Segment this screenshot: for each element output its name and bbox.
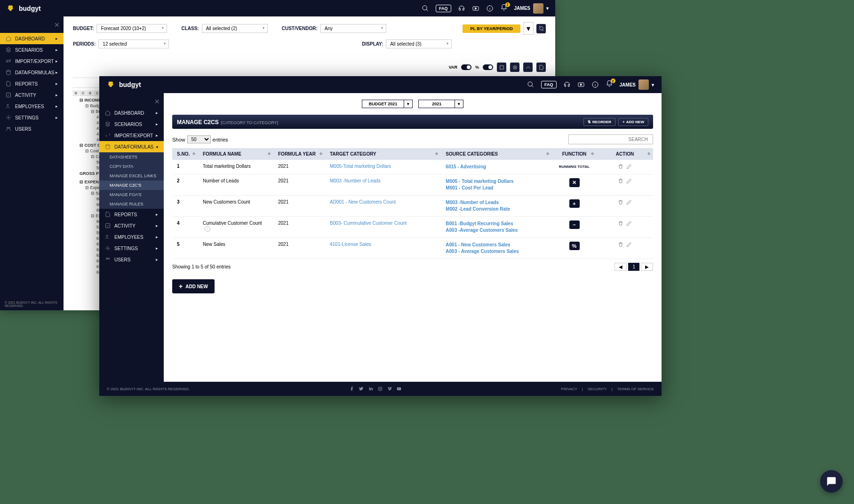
delete-icon[interactable] bbox=[618, 178, 623, 184]
next-page[interactable]: ▶ bbox=[641, 263, 653, 271]
source-link[interactable]: M002 -Lead Conversion Rate bbox=[446, 206, 547, 213]
chat-bubble[interactable] bbox=[820, 470, 843, 493]
nav-activity[interactable]: ACTIVITY▸ bbox=[0, 89, 64, 101]
source-link[interactable]: M003 -Number of Leads bbox=[446, 199, 547, 206]
cust-select[interactable]: Any bbox=[320, 24, 386, 33]
display-select[interactable]: All selected (3) bbox=[386, 39, 452, 48]
nav-users[interactable]: USERS bbox=[0, 123, 64, 134]
add-new-button[interactable]: + ADD NEW bbox=[172, 279, 215, 293]
security-link[interactable]: SECURITY bbox=[588, 387, 607, 391]
nav-activity[interactable]: ACTIVITY▸ bbox=[99, 220, 164, 231]
show-select[interactable]: 50 bbox=[187, 135, 211, 143]
nav-users[interactable]: USERS▸ bbox=[99, 254, 164, 265]
search-icon[interactable] bbox=[527, 81, 535, 88]
page-1[interactable]: 1 bbox=[628, 263, 639, 271]
year-chip[interactable]: 2021▾ bbox=[418, 100, 463, 108]
info-icon[interactable]: i bbox=[205, 226, 210, 232]
delete-icon[interactable] bbox=[618, 242, 623, 247]
add-new-header-button[interactable]: +ADD NEW bbox=[618, 118, 648, 126]
youtube-icon[interactable] bbox=[397, 386, 401, 391]
edit-icon[interactable] bbox=[626, 164, 632, 169]
nav-settings[interactable]: SETTINGS▸ bbox=[0, 112, 64, 123]
edit-icon[interactable] bbox=[626, 178, 632, 184]
refresh-icon[interactable] bbox=[536, 24, 546, 33]
notifications[interactable]: 2 bbox=[606, 80, 613, 89]
video-icon[interactable] bbox=[472, 5, 479, 12]
target-link[interactable]: B003- Cummulative Customer Count bbox=[330, 220, 407, 226]
chevron-down-icon[interactable]: ▾ bbox=[455, 100, 463, 108]
budget-chip[interactable]: BUDGET 2021▾ bbox=[362, 100, 413, 108]
reorder-button[interactable]: ⇅REORDER bbox=[583, 118, 615, 126]
sidebar-close-icon[interactable]: ✕ bbox=[154, 98, 160, 105]
delete-icon[interactable] bbox=[618, 220, 623, 226]
sub-c2c[interactable]: MANAGE C2C'S bbox=[99, 181, 164, 190]
col-year[interactable]: FORMULA YEAR◆ bbox=[273, 148, 325, 160]
nav-data[interactable]: DATA/FORMULAS▸ bbox=[0, 67, 64, 78]
col-func[interactable]: FUNCTION◆ bbox=[552, 148, 597, 160]
prev-page[interactable]: ◀ bbox=[615, 263, 627, 271]
pct-toggle[interactable] bbox=[483, 64, 493, 70]
edit-icon[interactable] bbox=[626, 199, 632, 205]
instagram-icon[interactable] bbox=[378, 386, 383, 391]
nav-import[interactable]: IMPORT/EXPORT▸ bbox=[0, 55, 64, 67]
logo[interactable]: budgyt bbox=[7, 4, 41, 13]
nav-reports[interactable]: REPORTS▸ bbox=[0, 78, 64, 89]
col-target[interactable]: TARGET CATEGORY◆ bbox=[325, 148, 441, 160]
class-select[interactable]: All selected (2) bbox=[202, 24, 268, 33]
headset-icon[interactable] bbox=[458, 5, 465, 12]
sub-datasheets[interactable]: DATASHEETS bbox=[99, 152, 164, 162]
nav-dashboard[interactable]: DASHBOARD▸ bbox=[0, 33, 64, 44]
user-menu[interactable]: JAMES ▾ bbox=[514, 3, 549, 14]
sub-foa[interactable]: MANAGE FOA'S bbox=[99, 190, 164, 199]
privacy-link[interactable]: PRIVACY bbox=[561, 387, 577, 391]
budget-select[interactable]: Forecast 2020 (10+2) bbox=[96, 24, 167, 33]
headset-icon[interactable] bbox=[563, 81, 571, 88]
sub-rules[interactable]: MANAGE RULES bbox=[99, 199, 164, 209]
sub-excel[interactable]: MANAGE EXCEL LINKS bbox=[99, 171, 164, 181]
nav-dashboard[interactable]: DASHBOARD▸ bbox=[99, 107, 164, 118]
col-sno[interactable]: S.NO.◆ bbox=[172, 148, 198, 160]
nav-scenarios[interactable]: SCENARIOS▸ bbox=[0, 44, 64, 55]
notifications[interactable]: 2 bbox=[500, 4, 508, 13]
source-link[interactable]: M001 - Cost Per Lead bbox=[446, 185, 547, 191]
nav-settings[interactable]: SETTINGS▸ bbox=[99, 243, 164, 254]
source-link[interactable]: M005 - Total marketing Dollars bbox=[446, 178, 547, 185]
chevron-down-icon[interactable]: ▾ bbox=[404, 100, 412, 108]
source-link[interactable]: A003 - Average Customers Sales bbox=[446, 248, 547, 255]
action-icon-2[interactable] bbox=[510, 63, 519, 72]
tos-link[interactable]: TERMS OF SERVICE bbox=[617, 387, 654, 391]
nav-data[interactable]: DATA/FORMULAS◂ bbox=[99, 141, 164, 152]
source-link[interactable]: A003 -Average Customers Sales bbox=[446, 227, 547, 234]
faq-button[interactable]: FAQ bbox=[541, 81, 557, 88]
col-source[interactable]: SOURCE CATEGORIES◆ bbox=[441, 148, 552, 160]
source-link[interactable]: A001 - New Customers Sales bbox=[446, 242, 547, 248]
linkedin-icon[interactable] bbox=[368, 386, 373, 391]
faq-button[interactable]: FAQ bbox=[436, 5, 451, 12]
search-input[interactable] bbox=[568, 134, 653, 144]
search-icon[interactable] bbox=[422, 5, 429, 12]
var-toggle[interactable] bbox=[461, 64, 471, 70]
nav-employees[interactable]: EMPLOYEES▸ bbox=[0, 101, 64, 112]
action-icon-3[interactable] bbox=[523, 63, 533, 72]
facebook-icon[interactable] bbox=[350, 386, 354, 391]
action-icon-4[interactable] bbox=[536, 63, 546, 72]
info-icon[interactable] bbox=[591, 81, 599, 88]
pl-dropdown[interactable]: ▾ bbox=[523, 22, 534, 35]
source-link[interactable]: B001 -Budgyt Recurring Sales bbox=[446, 220, 547, 227]
action-icon-1[interactable] bbox=[497, 63, 506, 72]
edit-icon[interactable] bbox=[626, 242, 632, 247]
target-link[interactable]: AD001 - New Customers Count bbox=[330, 199, 396, 205]
target-link[interactable]: M005-Total marketing Dollars bbox=[330, 164, 391, 169]
pl-button[interactable]: PL BY YEAR/PERIOD bbox=[463, 24, 520, 33]
source-link[interactable]: 6015 - Advertising bbox=[446, 164, 547, 170]
col-name[interactable]: FORMULA NAME◆ bbox=[198, 148, 273, 160]
info-icon[interactable] bbox=[486, 5, 494, 12]
sub-copy[interactable]: COPY DATA bbox=[99, 162, 164, 171]
sidebar-close-icon[interactable]: ✕ bbox=[54, 21, 60, 29]
periods-select[interactable]: 12 selected bbox=[98, 39, 169, 48]
vimeo-icon[interactable] bbox=[387, 386, 392, 391]
delete-icon[interactable] bbox=[618, 199, 623, 205]
twitter-icon[interactable] bbox=[359, 386, 364, 391]
target-link[interactable]: 4101-License Sales bbox=[330, 242, 371, 247]
edit-icon[interactable] bbox=[626, 220, 632, 226]
